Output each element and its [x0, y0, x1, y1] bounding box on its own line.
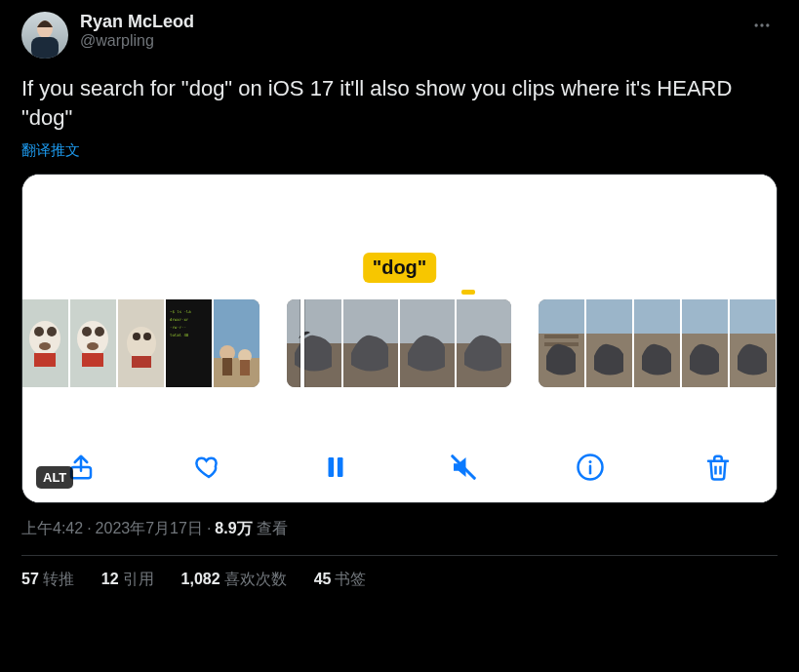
clip-frame [539, 299, 584, 387]
clip-frame: ~$ ls -ladrwxr-xr-rw-r--total 48 [166, 299, 212, 387]
views-label: 查看 [257, 520, 288, 536]
svg-text:total 48: total 48 [170, 333, 189, 337]
svg-point-4 [760, 23, 763, 26]
clip-frame [457, 299, 511, 387]
clip-group: ~$ ls -ladrwxr-xr-rw-r--total 48 [22, 299, 260, 387]
display-name[interactable]: Ryan McLeod [80, 12, 194, 32]
clip-group-active [287, 299, 511, 387]
svg-rect-50 [730, 299, 776, 334]
svg-point-13 [77, 321, 108, 356]
svg-point-5 [766, 23, 769, 26]
playhead[interactable] [300, 299, 304, 387]
clip-frame [70, 299, 116, 387]
svg-point-20 [133, 333, 140, 340]
svg-rect-29 [214, 358, 260, 387]
svg-point-16 [87, 342, 99, 350]
svg-point-15 [95, 327, 104, 336]
author-names: Ryan McLeod @warpling [80, 12, 194, 50]
clip-frame [586, 299, 632, 387]
clip-frame [287, 299, 341, 387]
media-inner: "dog" ~$ ls -ladrwxr-xr-rw-r--total 48 [22, 175, 777, 502]
likes-stat[interactable]: 1,082喜欢次数 [181, 570, 287, 590]
svg-rect-53 [329, 457, 335, 477]
more-button[interactable] [746, 10, 778, 41]
svg-rect-22 [132, 356, 151, 368]
svg-rect-11 [34, 353, 56, 367]
clip-frame [22, 299, 68, 387]
svg-rect-2 [31, 37, 59, 59]
avatar[interactable] [21, 12, 68, 59]
svg-point-3 [755, 23, 758, 26]
svg-rect-33 [240, 360, 250, 376]
clip-frame [343, 299, 398, 387]
divider [21, 555, 778, 556]
views-count[interactable]: 8.9万 [215, 520, 252, 536]
svg-point-19 [127, 327, 156, 360]
clip-group [539, 299, 776, 387]
marker-tick [461, 290, 475, 295]
heart-icon[interactable] [193, 452, 224, 483]
tweet-meta: 上午4:42·2023年7月17日·8.9万 查看 [21, 519, 778, 539]
svg-point-8 [34, 327, 44, 336]
svg-point-10 [39, 342, 51, 350]
tweet-text: If you search for "dog" on iOS 17 it'll … [21, 74, 778, 132]
bookmarks-stat[interactable]: 45书签 [314, 570, 367, 590]
svg-rect-42 [539, 299, 584, 334]
svg-point-21 [143, 333, 151, 340]
svg-rect-48 [682, 299, 728, 334]
trash-icon[interactable] [702, 452, 734, 483]
svg-rect-54 [338, 457, 343, 477]
svg-rect-17 [82, 353, 103, 367]
svg-point-14 [82, 327, 92, 336]
clip-frame [634, 299, 680, 387]
video-scrubber[interactable]: ~$ ls -ladrwxr-xr-rw-r--total 48 [22, 299, 777, 387]
tweet-header: Ryan McLeod @warpling [21, 12, 778, 59]
tweet-stats: 57转推 12引用 1,082喜欢次数 45书签 [21, 570, 778, 590]
svg-text:drwxr-xr: drwxr-xr [170, 317, 189, 322]
svg-text:~$ ls -la: ~$ ls -la [170, 309, 191, 314]
date[interactable]: 2023年7月17日 [96, 520, 203, 536]
tweet-container: Ryan McLeod @warpling If you search for … [0, 0, 799, 590]
clip-frame [400, 299, 455, 387]
clip-frame [118, 299, 164, 387]
svg-rect-44 [586, 299, 632, 334]
clip-frame [214, 299, 260, 387]
info-icon[interactable] [575, 452, 606, 483]
time[interactable]: 上午4:42 [21, 520, 83, 536]
caption-chip: "dog" [363, 253, 437, 283]
clip-frame [730, 299, 776, 387]
svg-point-58 [589, 460, 592, 463]
media-card[interactable]: "dog" ~$ ls -ladrwxr-xr-rw-r--total 48 [21, 174, 778, 503]
svg-rect-28 [214, 299, 260, 358]
svg-point-9 [47, 327, 57, 336]
svg-point-7 [29, 321, 60, 356]
clip-frame [682, 299, 728, 387]
translate-link[interactable]: 翻译推文 [21, 141, 80, 160]
media-controls [22, 452, 777, 483]
svg-text:-rw-r--: -rw-r-- [170, 325, 186, 330]
svg-rect-31 [222, 358, 232, 376]
svg-rect-46 [634, 299, 680, 334]
quotes-stat[interactable]: 12引用 [101, 570, 154, 590]
handle[interactable]: @warpling [80, 32, 194, 50]
pause-icon[interactable] [320, 452, 351, 483]
alt-badge[interactable]: ALT [36, 466, 73, 489]
retweets-stat[interactable]: 57转推 [21, 570, 74, 590]
speaker-muted-icon[interactable] [448, 452, 479, 483]
